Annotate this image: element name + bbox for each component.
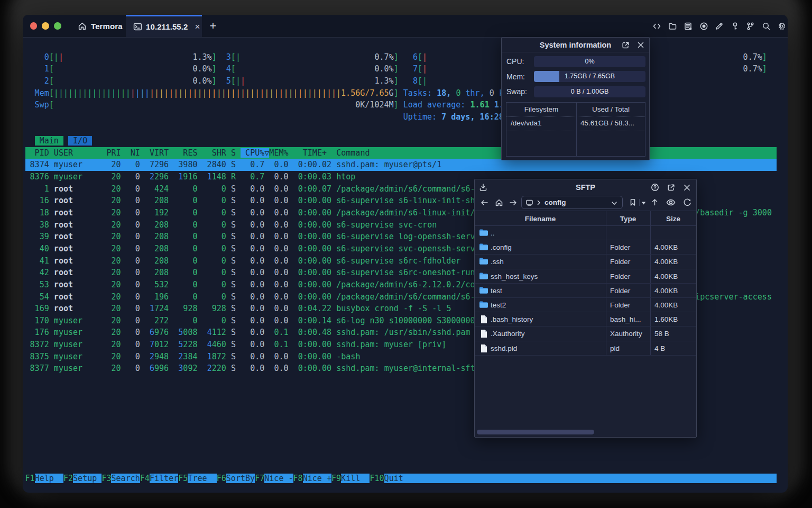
new-tab-button[interactable]: + [204,15,223,37]
fnkey-action[interactable]: Tree [188,474,216,483]
code-icon[interactable] [652,22,661,31]
zoom-window-button[interactable] [54,22,61,30]
fnkey-label[interactable]: F6 [217,474,226,483]
file-row-test2[interactable]: test2Folder4.00KB [475,298,696,312]
file-row-ssh_host_keys[interactable]: ssh_host_keysFolder4.00KB [475,269,696,284]
bookmark-dropdown-icon[interactable] [641,201,646,205]
fnkey-action[interactable]: Nice - [264,474,293,483]
folder-icon[interactable] [668,22,677,31]
terminal-text-segment [140,328,150,337]
close-panel-icon[interactable] [637,41,644,49]
fnkey-action[interactable]: Filter [150,474,178,483]
fnkey-label[interactable]: F7 [255,474,264,483]
terminal-text-segment [236,220,250,230]
file-row-test[interactable]: testFolder4.00KB [475,284,696,298]
sftp-table-header[interactable]: Filename Type Size [475,211,696,226]
home-icon[interactable] [495,198,503,207]
fnkey-action[interactable]: Setup [73,474,102,483]
meter-value-text: 0% [534,56,645,67]
open-in-window-icon[interactable] [622,41,630,49]
terminal-text-segment: 0.0 [250,256,264,266]
terminal-text-segment [140,232,154,241]
close-window-button[interactable] [30,22,38,30]
terminal-text-segment [399,52,413,62]
terminal-text-segment: 0 [222,232,226,241]
terminal-text-segment [264,268,274,277]
terminal-text-segment: 3 [178,364,183,373]
search-icon[interactable] [762,22,771,31]
help-icon[interactable] [651,183,659,192]
sftp-titlebar: SFTP [475,179,696,195]
terminal-text-segment: 0.0 [250,220,264,230]
tab-session[interactable]: 10.211.55.2 × [126,15,202,37]
terminal-text-segment: S [231,256,236,266]
open-in-window-icon[interactable] [667,184,675,192]
download-icon[interactable] [479,183,487,192]
terminal-text-segment: 0 [135,196,140,205]
terminal-text-segment [73,184,111,194]
fnkey-action[interactable]: Nice + [303,474,331,483]
fnkey-label[interactable]: F5 [178,474,188,483]
file-row-dot-bash_history[interactable]: .bash_historybash_hi...1.60KB [475,312,696,326]
fnkey-label[interactable]: F4 [140,474,150,483]
file-row-parent[interactable]: .. [475,226,696,240]
settings-icon[interactable] [777,22,786,31]
fnkey-action[interactable]: Search [111,474,140,483]
terminal-text-segment: 2 [150,352,154,361]
fnkey-action[interactable]: Kill [341,474,370,483]
terminal-text-segment [121,232,135,241]
terminal-text-segment [121,316,135,325]
show-hidden-eye-icon[interactable] [666,198,676,206]
terminal-text-segment: 424 [154,184,169,194]
fnkey-label[interactable]: F9 [331,474,341,483]
file-row-dot-ssh[interactable]: .sshFolder4.00KB [475,255,696,269]
filename-col-header[interactable]: Filename [475,211,606,226]
fnkey-label[interactable]: F10 [370,474,384,483]
close-panel-icon[interactable] [683,184,691,192]
terminal-text-segment: 0.1 [274,340,288,349]
path-combobox[interactable]: config [521,196,623,209]
fnkey-label[interactable]: F3 [102,474,111,483]
bookmark-icon[interactable] [629,198,636,206]
terminal-text-segment: 41 [40,256,49,266]
fnkey-label[interactable]: F1 [25,474,35,483]
horizontal-scrollbar-thumb[interactable] [477,430,594,434]
terminal-text-segment [331,292,336,302]
terminal-text-segment [25,52,44,62]
file-row-sshd.pid[interactable]: sshd.pidpid4 B [475,341,696,356]
file-row-dot-config[interactable]: .configFolder4.00KB [475,240,696,255]
fnkey-action[interactable]: Quit [384,474,777,483]
branch-icon[interactable] [746,22,755,31]
terminal-text-segment [226,328,231,337]
meter-label-text: Swap: [506,87,527,96]
htop-function-bar[interactable]: F1Help F2Setup F3SearchF4FilterF5Tree F6… [25,473,777,485]
file-row-dot-Xauthority[interactable]: .XauthorityXauthority58 B [475,326,696,341]
up-directory-icon[interactable] [651,198,659,206]
back-icon[interactable] [480,198,489,207]
terminal-text-segment [82,364,111,373]
terminal-row-9: 8374 myuser 20 0 7296 3980 2840 S 0.7 0.… [25,159,777,171]
edit-icon[interactable] [715,22,724,31]
terminal-text-segment [289,148,303,158]
terminal-text-segment [121,328,135,337]
terminal-text-segment [198,256,222,266]
minimize-window-button[interactable] [42,22,49,30]
fnkey-action[interactable]: SortBy [226,474,255,483]
terminal-text-segment: 0:00.02 [298,160,331,169]
fnkey-label[interactable]: F2 [63,474,73,483]
terminal-text-segment [49,340,54,349]
forward-icon[interactable] [509,198,518,207]
fnkey-action[interactable]: Help [35,474,63,483]
window-toolbar [652,15,786,37]
terminal-text-segment: S [231,352,236,361]
terminal-text-segment: s6-supervise log-openssh-server [336,232,485,241]
type-col-header[interactable]: Type [606,211,650,226]
tab-close-icon[interactable]: × [195,22,200,31]
refresh-icon[interactable] [683,198,691,207]
size-col-header[interactable]: Size [650,211,696,226]
tab-termora[interactable]: Termora [73,15,124,37]
keychain-icon[interactable] [731,22,740,31]
macro-record-icon[interactable] [699,22,708,31]
fnkey-label[interactable]: F8 [293,474,303,483]
log-icon[interactable] [684,22,693,31]
